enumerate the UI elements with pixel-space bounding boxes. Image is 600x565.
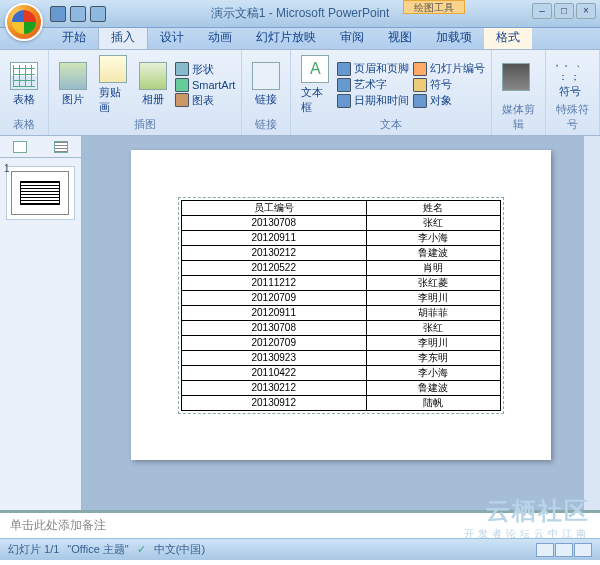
table-cell[interactable]: 李小海 (366, 230, 501, 245)
table-cell[interactable]: 20130212 (182, 245, 367, 260)
sorter-view-button[interactable] (555, 543, 573, 557)
group-sym-label: 特殊符号 (552, 102, 593, 133)
table-row[interactable]: 20120709李明川 (182, 290, 501, 305)
table-row[interactable]: 20120911胡菲菲 (182, 305, 501, 320)
selected-table[interactable]: 员工编号姓名20130708张红20120911李小海20130212鲁建波20… (178, 197, 504, 414)
titlebar: 演示文稿1 - Microsoft PowerPoint 绘图工具 – □ × (0, 0, 600, 28)
minimize-button[interactable]: – (532, 3, 552, 19)
table-cell[interactable]: 20120911 (182, 305, 367, 320)
vertical-scrollbar[interactable] (584, 136, 600, 510)
tab-design[interactable]: 设计 (148, 26, 196, 49)
thumbnail-preview (11, 171, 69, 215)
insert-slidenum-button[interactable]: 幻灯片编号 (413, 61, 485, 76)
table-cell[interactable]: 李小海 (366, 365, 501, 380)
insert-chart-button[interactable]: 图表 (175, 93, 235, 108)
table-row[interactable]: 20130212鲁建波 (182, 245, 501, 260)
tab-addin[interactable]: 加载项 (424, 26, 484, 49)
group-media-label: 媒体剪辑 (498, 102, 539, 133)
table-cell[interactable]: 张红 (366, 215, 501, 230)
insert-object-button[interactable]: 对象 (413, 93, 485, 108)
insert-clipart-button[interactable]: 剪贴画 (95, 53, 131, 117)
insert-table-button[interactable]: 表格 (6, 60, 42, 109)
table-row[interactable]: 20130923李东明 (182, 350, 501, 365)
table-cell[interactable]: 20110422 (182, 365, 367, 380)
table-cell[interactable]: 鲁建波 (366, 245, 501, 260)
tab-format[interactable]: 格式 (484, 26, 532, 49)
tab-insert[interactable]: 插入 (98, 25, 148, 49)
slides-tab-icon (13, 141, 27, 153)
table-cell[interactable]: 肖明 (366, 260, 501, 275)
qat-save-icon[interactable] (50, 6, 66, 22)
table-cell[interactable]: 李东明 (366, 350, 501, 365)
tab-home[interactable]: 开始 (50, 26, 98, 49)
table-cell[interactable]: 李明川 (366, 335, 501, 350)
show-view-button[interactable] (574, 543, 592, 557)
insert-symbol-button[interactable]: 符号 (413, 77, 485, 92)
table-cell[interactable]: 20130708 (182, 215, 367, 230)
outline-tab-icon (54, 141, 68, 153)
qat-redo-icon[interactable] (90, 6, 106, 22)
slide-thumbnail[interactable]: 1 (6, 166, 75, 220)
table-row[interactable]: 20120709李明川 (182, 335, 501, 350)
tab-show[interactable]: 幻灯片放映 (244, 26, 328, 49)
table-row[interactable]: 20111212张红菱 (182, 275, 501, 290)
insert-wordart-button[interactable]: 艺术字 (337, 77, 409, 92)
slide-editor[interactable]: 员工编号姓名20130708张红20120911李小海20130212鲁建波20… (82, 136, 600, 510)
ribbon-group-text: 文本框 页眉和页脚 艺术字 日期和时间 幻灯片编号 符号 对象 文本 (291, 50, 492, 135)
normal-view-button[interactable] (536, 543, 554, 557)
table-row[interactable]: 20130708张红 (182, 215, 501, 230)
insert-picture-button[interactable]: 图片 (55, 60, 91, 109)
table-row[interactable]: 20130212鲁建波 (182, 380, 501, 395)
data-table[interactable]: 员工编号姓名20130708张红20120911李小海20130212鲁建波20… (181, 200, 501, 411)
table-cell[interactable]: 20120709 (182, 290, 367, 305)
office-button[interactable] (5, 3, 43, 41)
table-cell[interactable]: 20120522 (182, 260, 367, 275)
table-cell[interactable]: 20130912 (182, 395, 367, 410)
table-row[interactable]: 20110422李小海 (182, 365, 501, 380)
table-row[interactable]: 20120911李小海 (182, 230, 501, 245)
table-cell[interactable]: 胡菲菲 (366, 305, 501, 320)
insert-album-button[interactable]: 相册 (135, 60, 171, 109)
object-icon (413, 94, 427, 108)
thumbnails-tab[interactable] (0, 136, 41, 157)
smartart-icon (175, 78, 189, 92)
slidenum-icon (413, 62, 427, 76)
insert-link-button[interactable]: 链接 (248, 60, 284, 109)
outline-tab[interactable] (41, 136, 82, 157)
table-header[interactable]: 员工编号 (182, 200, 367, 215)
table-cell[interactable]: 20111212 (182, 275, 367, 290)
insert-media-button[interactable] (498, 61, 534, 93)
tab-review[interactable]: 审阅 (328, 26, 376, 49)
insert-textbox-button[interactable]: 文本框 (297, 53, 333, 117)
insert-smartart-button[interactable]: SmartArt (175, 78, 235, 92)
close-button[interactable]: × (576, 3, 596, 19)
maximize-button[interactable]: □ (554, 3, 574, 19)
table-cell[interactable]: 李明川 (366, 290, 501, 305)
table-icon (10, 62, 38, 90)
insert-shape-button[interactable]: 形状 (175, 62, 235, 77)
table-cell[interactable]: 20120709 (182, 335, 367, 350)
tab-anim[interactable]: 动画 (196, 26, 244, 49)
ribbon: 表格 表格 图片 剪贴画 相册 形状 SmartArt 图表 插图 链接 链接 … (0, 50, 600, 136)
table-cell[interactable]: 20120911 (182, 230, 367, 245)
table-cell[interactable]: 鲁建波 (366, 380, 501, 395)
table-row[interactable]: 20120522肖明 (182, 260, 501, 275)
tab-view[interactable]: 视图 (376, 26, 424, 49)
table-cell[interactable]: 张红 (366, 320, 501, 335)
table-cell[interactable]: 陆帆 (366, 395, 501, 410)
notes-pane[interactable]: 单击此处添加备注 (0, 510, 600, 538)
insert-date-button[interactable]: 日期和时间 (337, 93, 409, 108)
table-header[interactable]: 姓名 (366, 200, 501, 215)
status-lang: 中文(中国) (154, 542, 205, 557)
table-row[interactable]: 20130912陆帆 (182, 395, 501, 410)
table-cell[interactable]: 20130708 (182, 320, 367, 335)
symbol-grid[interactable]: ，。、 ：； 符号 (552, 56, 588, 99)
table-cell[interactable]: 20130212 (182, 380, 367, 395)
slide-canvas[interactable]: 员工编号姓名20130708张红20120911李小海20130212鲁建波20… (131, 150, 551, 460)
table-row[interactable]: 20130708张红 (182, 320, 501, 335)
insert-header-button[interactable]: 页眉和页脚 (337, 61, 409, 76)
table-cell[interactable]: 张红菱 (366, 275, 501, 290)
qat-undo-icon[interactable] (70, 6, 86, 22)
table-cell[interactable]: 20130923 (182, 350, 367, 365)
media-icon (502, 63, 530, 91)
